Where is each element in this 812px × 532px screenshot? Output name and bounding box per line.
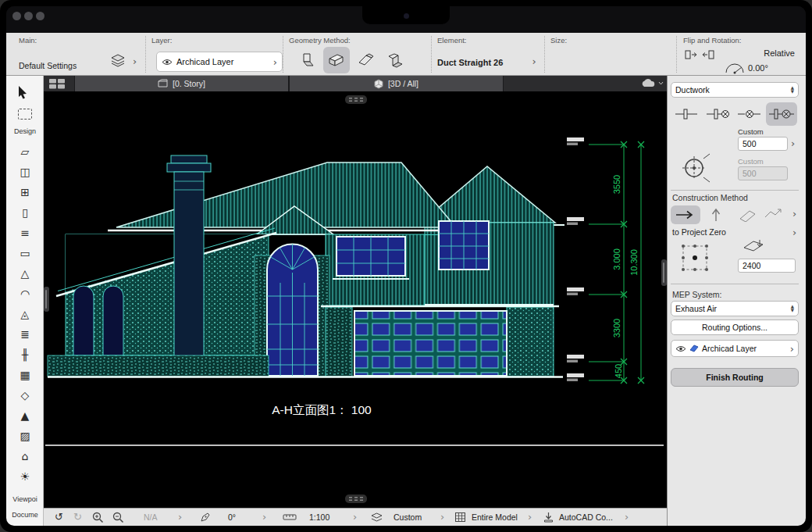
construction-method-header: Construction Method <box>672 193 748 202</box>
orientation-value[interactable]: 0° <box>228 512 236 522</box>
translator-button[interactable] <box>543 512 554 523</box>
roof-tool-icon[interactable]: △ <box>6 263 44 284</box>
element-chevron: › <box>532 56 536 66</box>
pen-set-button[interactable] <box>200 512 211 523</box>
tab-story[interactable]: [0. Story] <box>74 76 289 91</box>
railing-tool-icon[interactable]: ╫ <box>6 345 44 365</box>
finish-routing-button[interactable]: Finish Routing <box>671 368 799 387</box>
reference-level-chevron[interactable]: › <box>792 227 796 237</box>
rotation-angle-value[interactable]: 0.00° <box>748 63 768 73</box>
flip-vertical-icon <box>702 49 714 60</box>
close-window-button[interactable] <box>12 12 21 20</box>
construction-method-chevron[interactable]: › <box>792 209 796 219</box>
tab-overview-button[interactable] <box>48 78 67 89</box>
anchor-point-selector[interactable] <box>678 241 711 274</box>
window-tool-icon[interactable]: ⊞ <box>6 182 44 202</box>
elevation-input[interactable]: 2400 <box>738 259 796 273</box>
shell-tool-icon[interactable]: ◠ <box>6 284 44 304</box>
geometry-method-spatial-button[interactable] <box>383 47 409 73</box>
pane-splitter-bottom[interactable] <box>345 495 367 503</box>
routing-options-button[interactable]: Routing Options... <box>671 320 799 335</box>
layer-combination-value[interactable]: Custom <box>394 512 422 522</box>
structure-display-chevron[interactable]: › <box>528 511 532 523</box>
width-chevron[interactable]: › <box>791 138 795 148</box>
stair-tool-icon[interactable]: ≣ <box>6 324 44 345</box>
scale-button[interactable] <box>283 512 297 522</box>
construction-method-free-button[interactable] <box>761 205 785 224</box>
mesh-tool-icon[interactable]: ▲ <box>6 405 44 426</box>
dim-3000: 3.000 <box>612 248 621 270</box>
minimize-window-button[interactable] <box>24 12 33 20</box>
favorites-button[interactable] <box>106 48 130 72</box>
construction-method-sloped-button[interactable] <box>736 205 760 224</box>
design-section-header[interactable]: Design <box>6 127 44 135</box>
zoom-window-button[interactable] <box>36 12 45 20</box>
width-input[interactable]: 500 <box>738 137 788 151</box>
translator-chevron[interactable]: › <box>625 511 629 523</box>
panel-layer-combo[interactable]: Archicad Layer › <box>671 340 799 357</box>
construction-method-vertical-button[interactable] <box>705 205 727 224</box>
layer-combination-button[interactable] <box>370 512 383 523</box>
drawing-canvas[interactable]: 3550 3.000 3300 450 10.300 A-H立面图1： 100 <box>44 91 667 508</box>
ruler-icon <box>283 512 297 522</box>
teamwork-cloud-button[interactable] <box>640 77 664 88</box>
mep-system-label: MEP System: <box>672 290 721 299</box>
pane-splitter-top[interactable] <box>345 95 367 104</box>
height-input[interactable]: 500 <box>738 166 788 180</box>
geometry-method-inclined-button[interactable] <box>353 47 379 73</box>
translator-value[interactable]: AutoCAD Co... <box>559 512 613 522</box>
import-export-icon <box>543 512 554 523</box>
curtain-wall-tool-icon[interactable]: ▦ <box>6 365 44 385</box>
redo-button[interactable]: ↻ <box>73 511 82 523</box>
scale-chevron[interactable]: › <box>353 511 357 523</box>
segment-type-button-3[interactable] <box>735 102 764 126</box>
geometry-method-vertical-button[interactable] <box>294 47 320 73</box>
left-edge-scroll-handle[interactable] <box>44 287 49 312</box>
segment-type-button-4[interactable] <box>766 102 797 126</box>
zoom-fit-button[interactable] <box>112 512 124 523</box>
structure-display-button[interactable] <box>454 512 466 523</box>
document-section-header[interactable]: Docume <box>6 511 44 519</box>
system-type-select[interactable]: Ductwork ▲▼ <box>671 82 799 98</box>
toolbar-separator <box>145 36 146 73</box>
construction-method-horizontal-button[interactable] <box>671 205 700 224</box>
display-notch <box>362 6 450 24</box>
status-na-chevron[interactable]: › <box>178 511 182 523</box>
viewpoint-section-header[interactable]: Viewpoi <box>6 495 44 503</box>
marquee-tool[interactable] <box>18 109 32 120</box>
structure-display-value[interactable]: Entire Model <box>472 512 518 522</box>
flip-vertical-button[interactable] <box>700 47 716 62</box>
main-chevron[interactable]: › <box>133 56 137 66</box>
slab-tool-icon[interactable]: ▭ <box>6 243 44 263</box>
anchor-grid-icon <box>678 241 711 274</box>
toolbar-separator <box>544 36 545 73</box>
skylight-tool-icon[interactable]: ◬ <box>6 304 44 324</box>
element-chevron-button[interactable]: › <box>526 50 542 72</box>
right-edge-scroll-handle[interactable] <box>661 259 667 286</box>
beam-tool-icon[interactable]: ≡ <box>6 223 44 243</box>
tab-3d-all[interactable]: [3D / All] <box>289 76 504 91</box>
chevron-down-icon <box>658 81 664 85</box>
zone-tool-icon[interactable]: ▨ <box>6 426 44 446</box>
segment-type-button-1[interactable] <box>672 102 702 126</box>
segment-type-button-2[interactable] <box>703 102 733 126</box>
scale-value[interactable]: 1:100 <box>309 512 329 522</box>
wall-tool-icon[interactable]: ▱ <box>6 141 44 162</box>
default-settings-value[interactable]: Default Settings <box>19 61 77 70</box>
reference-level-value[interactable]: to Project Zero <box>672 227 726 237</box>
door-tool-icon[interactable]: ◫ <box>6 162 44 182</box>
mep-system-select[interactable]: Exhaust Air ▲▼ <box>671 301 799 316</box>
layer-combination-chevron[interactable]: › <box>440 511 444 523</box>
morph-tool-icon[interactable]: ◇ <box>6 385 44 405</box>
object-tool-icon[interactable]: ⌂ <box>6 446 44 466</box>
orientation-chevron[interactable]: › <box>262 511 266 523</box>
arrow-select-tool[interactable] <box>16 85 29 99</box>
column-tool-icon[interactable]: ▯ <box>6 202 44 223</box>
flip-horizontal-button[interactable] <box>683 47 699 62</box>
lamp-tool-icon[interactable]: ☀ <box>6 466 44 487</box>
layer-combo[interactable]: Archicad Layer › <box>156 52 283 72</box>
width-label: Custom <box>738 127 764 136</box>
geometry-method-constant-button[interactable] <box>323 47 350 73</box>
undo-button[interactable]: ↺ <box>55 511 63 523</box>
zoom-in-button[interactable] <box>92 512 104 523</box>
